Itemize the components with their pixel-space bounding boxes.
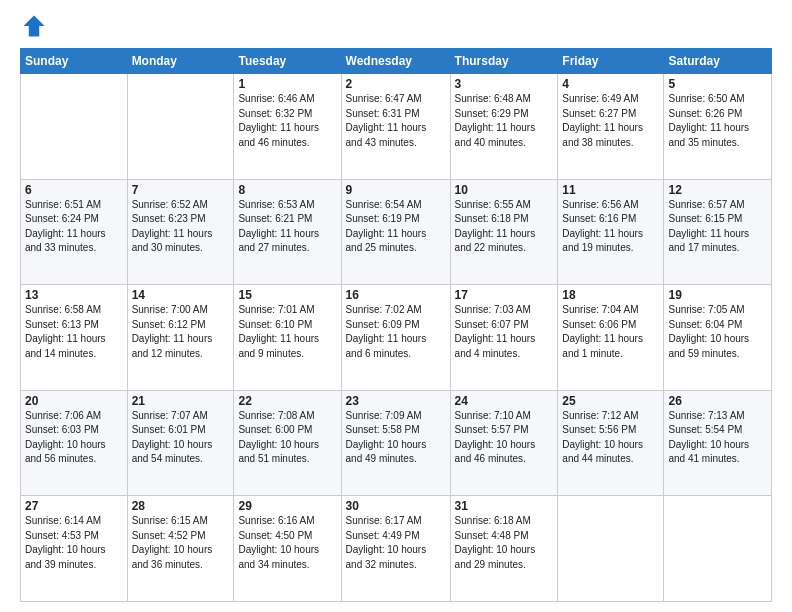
day-info: Sunrise: 6:17 AMSunset: 4:49 PMDaylight:… bbox=[346, 514, 446, 572]
calendar-day-cell: 11Sunrise: 6:56 AMSunset: 6:16 PMDayligh… bbox=[558, 179, 664, 285]
calendar-day-cell: 28Sunrise: 6:15 AMSunset: 4:52 PMDayligh… bbox=[127, 496, 234, 602]
day-info: Sunrise: 7:09 AMSunset: 5:58 PMDaylight:… bbox=[346, 409, 446, 467]
calendar-day-cell: 23Sunrise: 7:09 AMSunset: 5:58 PMDayligh… bbox=[341, 390, 450, 496]
calendar-day-cell: 3Sunrise: 6:48 AMSunset: 6:29 PMDaylight… bbox=[450, 74, 558, 180]
calendar-day-cell: 19Sunrise: 7:05 AMSunset: 6:04 PMDayligh… bbox=[664, 285, 772, 391]
calendar-day-cell: 7Sunrise: 6:52 AMSunset: 6:23 PMDaylight… bbox=[127, 179, 234, 285]
day-info: Sunrise: 7:04 AMSunset: 6:06 PMDaylight:… bbox=[562, 303, 659, 361]
day-number: 5 bbox=[668, 77, 767, 91]
day-number: 27 bbox=[25, 499, 123, 513]
day-info: Sunrise: 6:54 AMSunset: 6:19 PMDaylight:… bbox=[346, 198, 446, 256]
day-number: 26 bbox=[668, 394, 767, 408]
calendar-day-cell bbox=[21, 74, 128, 180]
calendar-week-row: 27Sunrise: 6:14 AMSunset: 4:53 PMDayligh… bbox=[21, 496, 772, 602]
calendar-week-row: 20Sunrise: 7:06 AMSunset: 6:03 PMDayligh… bbox=[21, 390, 772, 496]
calendar-day-cell: 4Sunrise: 6:49 AMSunset: 6:27 PMDaylight… bbox=[558, 74, 664, 180]
day-info: Sunrise: 6:50 AMSunset: 6:26 PMDaylight:… bbox=[668, 92, 767, 150]
day-number: 23 bbox=[346, 394, 446, 408]
calendar-day-cell: 2Sunrise: 6:47 AMSunset: 6:31 PMDaylight… bbox=[341, 74, 450, 180]
day-number: 13 bbox=[25, 288, 123, 302]
day-info: Sunrise: 7:08 AMSunset: 6:00 PMDaylight:… bbox=[238, 409, 336, 467]
page-header bbox=[20, 16, 772, 40]
day-number: 25 bbox=[562, 394, 659, 408]
weekday-header-row: SundayMondayTuesdayWednesdayThursdayFrid… bbox=[21, 49, 772, 74]
day-info: Sunrise: 6:16 AMSunset: 4:50 PMDaylight:… bbox=[238, 514, 336, 572]
day-number: 21 bbox=[132, 394, 230, 408]
calendar-day-cell: 9Sunrise: 6:54 AMSunset: 6:19 PMDaylight… bbox=[341, 179, 450, 285]
day-number: 1 bbox=[238, 77, 336, 91]
day-info: Sunrise: 7:02 AMSunset: 6:09 PMDaylight:… bbox=[346, 303, 446, 361]
calendar-day-cell: 24Sunrise: 7:10 AMSunset: 5:57 PMDayligh… bbox=[450, 390, 558, 496]
day-info: Sunrise: 7:13 AMSunset: 5:54 PMDaylight:… bbox=[668, 409, 767, 467]
calendar-day-cell: 8Sunrise: 6:53 AMSunset: 6:21 PMDaylight… bbox=[234, 179, 341, 285]
calendar-day-cell: 25Sunrise: 7:12 AMSunset: 5:56 PMDayligh… bbox=[558, 390, 664, 496]
calendar-day-cell: 18Sunrise: 7:04 AMSunset: 6:06 PMDayligh… bbox=[558, 285, 664, 391]
day-number: 16 bbox=[346, 288, 446, 302]
day-info: Sunrise: 6:14 AMSunset: 4:53 PMDaylight:… bbox=[25, 514, 123, 572]
day-number: 11 bbox=[562, 183, 659, 197]
day-info: Sunrise: 6:56 AMSunset: 6:16 PMDaylight:… bbox=[562, 198, 659, 256]
day-number: 19 bbox=[668, 288, 767, 302]
day-number: 29 bbox=[238, 499, 336, 513]
day-info: Sunrise: 7:10 AMSunset: 5:57 PMDaylight:… bbox=[455, 409, 554, 467]
calendar-day-cell: 30Sunrise: 6:17 AMSunset: 4:49 PMDayligh… bbox=[341, 496, 450, 602]
calendar-day-cell: 5Sunrise: 6:50 AMSunset: 6:26 PMDaylight… bbox=[664, 74, 772, 180]
calendar-day-cell: 29Sunrise: 6:16 AMSunset: 4:50 PMDayligh… bbox=[234, 496, 341, 602]
calendar-day-cell: 21Sunrise: 7:07 AMSunset: 6:01 PMDayligh… bbox=[127, 390, 234, 496]
calendar-week-row: 6Sunrise: 6:51 AMSunset: 6:24 PMDaylight… bbox=[21, 179, 772, 285]
day-info: Sunrise: 7:01 AMSunset: 6:10 PMDaylight:… bbox=[238, 303, 336, 361]
calendar-day-cell: 31Sunrise: 6:18 AMSunset: 4:48 PMDayligh… bbox=[450, 496, 558, 602]
day-info: Sunrise: 6:58 AMSunset: 6:13 PMDaylight:… bbox=[25, 303, 123, 361]
logo-icon bbox=[20, 12, 48, 40]
weekday-header: Thursday bbox=[450, 49, 558, 74]
weekday-header: Saturday bbox=[664, 49, 772, 74]
day-number: 22 bbox=[238, 394, 336, 408]
day-info: Sunrise: 6:51 AMSunset: 6:24 PMDaylight:… bbox=[25, 198, 123, 256]
weekday-header: Wednesday bbox=[341, 49, 450, 74]
day-info: Sunrise: 6:52 AMSunset: 6:23 PMDaylight:… bbox=[132, 198, 230, 256]
day-number: 12 bbox=[668, 183, 767, 197]
day-number: 6 bbox=[25, 183, 123, 197]
day-info: Sunrise: 6:46 AMSunset: 6:32 PMDaylight:… bbox=[238, 92, 336, 150]
calendar-day-cell: 14Sunrise: 7:00 AMSunset: 6:12 PMDayligh… bbox=[127, 285, 234, 391]
day-info: Sunrise: 7:06 AMSunset: 6:03 PMDaylight:… bbox=[25, 409, 123, 467]
day-info: Sunrise: 6:18 AMSunset: 4:48 PMDaylight:… bbox=[455, 514, 554, 572]
day-number: 24 bbox=[455, 394, 554, 408]
day-info: Sunrise: 7:07 AMSunset: 6:01 PMDaylight:… bbox=[132, 409, 230, 467]
day-number: 28 bbox=[132, 499, 230, 513]
day-number: 10 bbox=[455, 183, 554, 197]
calendar-day-cell bbox=[127, 74, 234, 180]
day-number: 3 bbox=[455, 77, 554, 91]
calendar-day-cell: 17Sunrise: 7:03 AMSunset: 6:07 PMDayligh… bbox=[450, 285, 558, 391]
day-number: 31 bbox=[455, 499, 554, 513]
day-info: Sunrise: 7:12 AMSunset: 5:56 PMDaylight:… bbox=[562, 409, 659, 467]
calendar-day-cell bbox=[664, 496, 772, 602]
calendar-table: SundayMondayTuesdayWednesdayThursdayFrid… bbox=[20, 48, 772, 602]
calendar-day-cell: 12Sunrise: 6:57 AMSunset: 6:15 PMDayligh… bbox=[664, 179, 772, 285]
day-info: Sunrise: 6:53 AMSunset: 6:21 PMDaylight:… bbox=[238, 198, 336, 256]
calendar-page: SundayMondayTuesdayWednesdayThursdayFrid… bbox=[0, 0, 792, 612]
day-info: Sunrise: 7:05 AMSunset: 6:04 PMDaylight:… bbox=[668, 303, 767, 361]
day-info: Sunrise: 7:00 AMSunset: 6:12 PMDaylight:… bbox=[132, 303, 230, 361]
day-number: 20 bbox=[25, 394, 123, 408]
calendar-day-cell: 22Sunrise: 7:08 AMSunset: 6:00 PMDayligh… bbox=[234, 390, 341, 496]
calendar-day-cell: 13Sunrise: 6:58 AMSunset: 6:13 PMDayligh… bbox=[21, 285, 128, 391]
day-number: 14 bbox=[132, 288, 230, 302]
day-number: 15 bbox=[238, 288, 336, 302]
day-number: 18 bbox=[562, 288, 659, 302]
day-info: Sunrise: 6:49 AMSunset: 6:27 PMDaylight:… bbox=[562, 92, 659, 150]
calendar-day-cell: 15Sunrise: 7:01 AMSunset: 6:10 PMDayligh… bbox=[234, 285, 341, 391]
day-number: 2 bbox=[346, 77, 446, 91]
calendar-week-row: 13Sunrise: 6:58 AMSunset: 6:13 PMDayligh… bbox=[21, 285, 772, 391]
weekday-header: Friday bbox=[558, 49, 664, 74]
day-number: 7 bbox=[132, 183, 230, 197]
day-info: Sunrise: 6:55 AMSunset: 6:18 PMDaylight:… bbox=[455, 198, 554, 256]
calendar-day-cell: 20Sunrise: 7:06 AMSunset: 6:03 PMDayligh… bbox=[21, 390, 128, 496]
calendar-day-cell: 27Sunrise: 6:14 AMSunset: 4:53 PMDayligh… bbox=[21, 496, 128, 602]
weekday-header: Tuesday bbox=[234, 49, 341, 74]
day-number: 9 bbox=[346, 183, 446, 197]
calendar-day-cell: 6Sunrise: 6:51 AMSunset: 6:24 PMDaylight… bbox=[21, 179, 128, 285]
day-info: Sunrise: 6:48 AMSunset: 6:29 PMDaylight:… bbox=[455, 92, 554, 150]
calendar-week-row: 1Sunrise: 6:46 AMSunset: 6:32 PMDaylight… bbox=[21, 74, 772, 180]
logo bbox=[20, 16, 50, 40]
